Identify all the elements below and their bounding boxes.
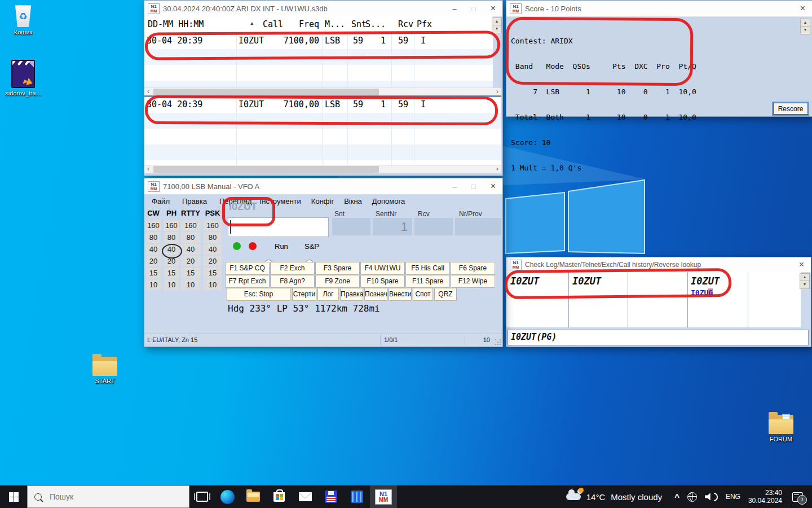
maximize-icon[interactable]: □: [471, 183, 476, 190]
maximize-icon[interactable]: □: [471, 5, 476, 12]
menu-help[interactable]: Допомога: [372, 197, 405, 205]
band-button[interactable]: 10: [164, 279, 179, 290]
scroll-thumb[interactable]: [153, 89, 379, 95]
band-button[interactable]: 40: [204, 244, 222, 255]
fkey-f3[interactable]: F3 Spare: [315, 262, 360, 275]
log-row[interactable]: 30-04 20:39 I0ZUT 7100,00 LSB 59 1 59 I: [144, 97, 501, 113]
desktop-icon-recycle-bin[interactable]: ♻ Кошик: [3, 5, 43, 36]
log-grid-header[interactable]: DD-MM HH:MM ▲ Call Freq M... Snt S... Rc…: [144, 16, 493, 34]
n1mm-taskbar-button-active[interactable]: N1MM: [370, 485, 397, 508]
band-button[interactable]: 160: [146, 220, 161, 231]
log-hscrollbar-bottom[interactable]: ‹ ›: [144, 165, 501, 173]
entry-window-titlebar[interactable]: N1MM 7100,00 LSB Manual - VFO A – □ ×: [144, 178, 502, 195]
blue-app-button[interactable]: [344, 485, 370, 508]
scroll-down-icon[interactable]: ▼: [800, 281, 809, 288]
fkey-f11[interactable]: F11 Spare: [405, 275, 450, 288]
mark-button[interactable]: Познач: [364, 288, 387, 301]
menu-edit[interactable]: Правка: [182, 197, 207, 205]
band-button[interactable]: 160: [204, 220, 222, 231]
band-button[interactable]: 160: [164, 220, 179, 231]
log-button[interactable]: Лог: [317, 288, 339, 301]
scroll-thumb[interactable]: [153, 166, 379, 173]
fkey-f12[interactable]: F12 Wipe: [451, 275, 495, 288]
mail-button[interactable]: [292, 485, 318, 508]
band-button[interactable]: 10: [146, 279, 161, 290]
spot-button[interactable]: Спот: [413, 288, 433, 301]
band-button[interactable]: 80: [164, 232, 179, 243]
menu-file[interactable]: Файл: [152, 197, 170, 205]
scroll-up-icon[interactable]: ▲: [800, 274, 809, 281]
band-button[interactable]: 20: [204, 256, 222, 266]
band-button[interactable]: 15: [146, 268, 161, 278]
band-button[interactable]: 10: [204, 279, 222, 290]
fkey-f4[interactable]: F4 UW1WU: [360, 262, 405, 275]
score-vertical-scrollbar[interactable]: ▲ ▼: [800, 19, 810, 34]
task-view-button[interactable]: [189, 485, 214, 508]
col-header-freq[interactable]: Freq: [285, 19, 319, 29]
language-indicator[interactable]: ENG: [726, 493, 740, 501]
network-icon[interactable]: [687, 492, 697, 502]
clock[interactable]: 23:40 30.04.2024: [748, 489, 782, 505]
band-button[interactable]: 40: [146, 244, 161, 255]
check-grid[interactable]: I0ZUT I0ZUT I0ZUT I0ZUG: [506, 272, 801, 327]
band-button[interactable]: 20: [181, 256, 200, 266]
band-button[interactable]: 80: [181, 232, 200, 243]
scroll-left-icon[interactable]: ‹: [144, 88, 152, 96]
store-button[interactable]: Внести: [389, 288, 412, 301]
col-header-nr[interactable]: S...: [360, 19, 386, 29]
band-button[interactable]: 40: [181, 244, 200, 255]
fkey-f5[interactable]: F5 His Call: [405, 262, 450, 275]
band-button[interactable]: 80: [146, 232, 161, 243]
scroll-down-icon[interactable]: ▼: [492, 25, 501, 32]
fkey-f2[interactable]: F2 Exch: [270, 262, 315, 275]
close-icon[interactable]: ×: [800, 4, 805, 13]
rcv-field[interactable]: [414, 218, 453, 235]
store-button[interactable]: [266, 485, 292, 508]
close-icon[interactable]: ×: [491, 182, 496, 191]
fkey-f7[interactable]: F7 Rpt Exch: [225, 275, 270, 288]
menu-config[interactable]: Конфіг: [311, 197, 334, 205]
fkey-f6[interactable]: F6 Spare: [451, 262, 495, 275]
tray-chevron-icon[interactable]: ^: [674, 492, 679, 502]
scroll-down-icon[interactable]: ▼: [801, 27, 810, 33]
edge-button[interactable]: [214, 485, 240, 508]
minimize-icon[interactable]: –: [453, 183, 457, 190]
desktop-icon-sidorov-file[interactable]: sidorov_tra...: [3, 60, 43, 97]
log-pane-bottom[interactable]: 30-04 20:39 I0ZUT 7100,00 LSB 59 1 59 I: [144, 97, 501, 165]
rescore-button[interactable]: Rescore: [773, 103, 808, 115]
edit-button[interactable]: Правка: [340, 288, 363, 301]
check-vertical-scrollbar[interactable]: ▲ ▼: [800, 273, 810, 289]
file-explorer-button[interactable]: [240, 485, 266, 508]
menu-windows[interactable]: Вікна: [344, 197, 362, 205]
col-header-datetime[interactable]: DD-MM HH:MM: [148, 19, 204, 29]
scroll-right-icon[interactable]: ›: [493, 88, 501, 96]
close-icon[interactable]: ×: [799, 260, 804, 269]
desktop-icon-start-folder[interactable]: START: [85, 357, 125, 384]
menu-tools[interactable]: Інструменти: [260, 197, 301, 205]
log-window-titlebar[interactable]: N1MM 30.04.2024 20:40:00Z ARI DX INT - U…: [144, 1, 502, 17]
volume-icon[interactable]: [705, 493, 718, 501]
fkey-f9[interactable]: F9 Zone: [315, 275, 360, 288]
col-header-pfx[interactable]: Pfx: [417, 19, 432, 29]
desktop-icon-forum-folder[interactable]: FORUM: [761, 415, 801, 443]
taskbar-search[interactable]: [27, 485, 189, 508]
start-button[interactable]: [0, 485, 27, 508]
col-header-rcv[interactable]: Rcv: [398, 19, 413, 29]
callsign-input[interactable]: [228, 217, 329, 237]
qrz-button[interactable]: QRZ: [434, 288, 457, 301]
col-header-call[interactable]: Call: [263, 19, 283, 29]
scroll-left-icon[interactable]: ‹: [144, 165, 152, 173]
log-row[interactable]: 30-04 20:39 I0ZUT 7100,00 LSB 59 1 59 I: [144, 33, 493, 49]
score-window-titlebar[interactable]: N1MM Score - 10 Points ×: [506, 1, 812, 17]
search-input[interactable]: [48, 492, 164, 502]
close-icon[interactable]: ×: [491, 4, 496, 13]
band-button[interactable]: 160: [181, 220, 200, 231]
esc-stop-button[interactable]: Esc: Stop: [227, 288, 290, 301]
weather-widget[interactable]: 14°C Mostly cloudy: [566, 492, 662, 502]
band-button[interactable]: 15: [204, 268, 222, 278]
check-master-call[interactable]: I0ZUT: [572, 275, 601, 287]
log-pane-top[interactable]: 30-04 20:39 I0ZUT 7100,00 LSB 59 1 59 I: [144, 33, 493, 87]
fkey-f1[interactable]: F1 S&P CQ: [225, 262, 270, 275]
scroll-right-icon[interactable]: ›: [493, 165, 501, 173]
logger-app-button[interactable]: [318, 485, 344, 508]
